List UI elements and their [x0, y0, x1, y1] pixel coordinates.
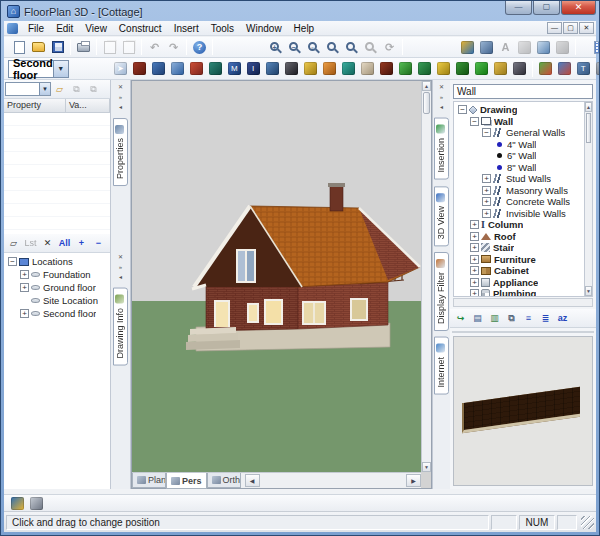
scroll-down-icon[interactable]: ▼	[422, 462, 431, 472]
framing-tool-icon[interactable]: M	[226, 60, 243, 77]
redraw-icon[interactable]: ⟳	[381, 39, 398, 56]
tree-node-concrete-walls[interactable]: +Concrete Walls	[456, 196, 584, 208]
stair-tool-icon[interactable]	[416, 60, 433, 77]
dimension-icon[interactable]	[516, 39, 533, 56]
copy-icon[interactable]	[101, 39, 118, 56]
tab-3d-view[interactable]: 3D View	[434, 186, 449, 246]
tree-expand-icon[interactable]: +	[470, 220, 479, 229]
window-tool-icon[interactable]	[169, 60, 186, 77]
zoom-extents-icon[interactable]	[362, 39, 379, 56]
tree-node-locations[interactable]: −Locations	[6, 255, 110, 268]
tree-expand-icon[interactable]: +	[482, 209, 491, 218]
scroll-up-icon[interactable]: ▲	[422, 81, 431, 91]
tree-node-roof[interactable]: +Roof	[456, 231, 584, 243]
menu-edit[interactable]: Edit	[50, 22, 79, 35]
roof-tool-icon[interactable]	[207, 60, 224, 77]
materials-icon[interactable]	[554, 39, 571, 56]
help-icon[interactable]: ?	[191, 39, 208, 56]
attach-icon[interactable]: ⧉	[69, 82, 84, 97]
tree-expand-icon[interactable]: −	[482, 128, 491, 137]
new-item-icon[interactable]: ▤	[470, 311, 485, 326]
mdi-restore-button[interactable]: ▢	[563, 22, 578, 34]
zoom-all-icon[interactable]	[343, 39, 360, 56]
vertical-scroll-thumb[interactable]	[423, 92, 430, 114]
all-icon[interactable]: All	[57, 236, 72, 251]
estimate-icon[interactable]	[535, 39, 552, 56]
text-icon[interactable]: A	[497, 39, 514, 56]
tree-expand-icon[interactable]: +	[470, 232, 479, 241]
tree-expand-icon[interactable]: +	[470, 266, 479, 275]
tree-node-8-wall[interactable]: 8" Wall	[456, 162, 584, 174]
opening-tool-icon[interactable]	[188, 60, 205, 77]
level-selector[interactable]: Second floor ▼	[8, 60, 69, 78]
zoom-out-icon[interactable]: −	[286, 39, 303, 56]
walkthrough-icon[interactable]	[459, 39, 476, 56]
tree-node-plumbing[interactable]: +Plumbing	[456, 288, 584, 297]
paste-icon[interactable]	[120, 39, 137, 56]
tree-node-cabinet[interactable]: +Cabinet	[456, 265, 584, 277]
undo-icon[interactable]: ↶	[146, 39, 163, 56]
zoom-previous-icon[interactable]	[324, 39, 341, 56]
tab-internet[interactable]: Internet	[434, 337, 449, 395]
print-icon[interactable]	[75, 39, 92, 56]
cabinet-tool-icon[interactable]	[492, 60, 509, 77]
category-search-field[interactable]: Wall	[453, 84, 593, 99]
redo-icon[interactable]: ↷	[165, 39, 182, 56]
panel-collapse-icon[interactable]: ◂	[436, 102, 447, 112]
tree-expand-icon[interactable]: +	[482, 174, 491, 183]
list-view-icon[interactable]: ≡	[521, 311, 536, 326]
door-tool-icon[interactable]	[150, 60, 167, 77]
tree-expand-icon[interactable]: +	[20, 283, 29, 292]
tree-node-masonry-walls[interactable]: +Masonry Walls	[456, 185, 584, 197]
tree-expand-icon[interactable]: +	[482, 186, 491, 195]
lamp-tool-icon[interactable]	[321, 60, 338, 77]
menu-construct[interactable]: Construct	[113, 22, 168, 35]
tree-expand-icon[interactable]: +	[470, 255, 479, 264]
room-tool-icon[interactable]	[264, 60, 281, 77]
tree-node-wall[interactable]: −Wall	[456, 116, 584, 128]
3d-viewport[interactable]: ▲ ▼ PlanPersOrth ◀ ▶	[131, 80, 432, 489]
terrain-icon[interactable]	[556, 60, 573, 77]
new-category-icon[interactable]: ▥	[487, 311, 502, 326]
roof-wizard-icon[interactable]	[537, 60, 554, 77]
panel-splitter[interactable]	[452, 331, 594, 333]
plant-tool-icon[interactable]	[397, 60, 414, 77]
text-arrow-icon[interactable]: T	[575, 60, 592, 77]
expand-all-icon[interactable]: +	[74, 236, 89, 251]
chair-tool-icon[interactable]	[359, 60, 376, 77]
panel-close-icon[interactable]: ✕	[436, 82, 447, 92]
walkthrough-player-icon[interactable]	[9, 495, 26, 512]
box-filter-icon[interactable]: ▱	[6, 236, 21, 251]
tree-node-4-wall[interactable]: 4" Wall	[456, 139, 584, 151]
tree-node-foundation[interactable]: +Foundation	[6, 268, 110, 281]
tree-node-invisible-walls[interactable]: +Invisible Walls	[456, 208, 584, 220]
zoom-in-icon[interactable]: +	[267, 39, 284, 56]
camera-tool-icon[interactable]	[283, 60, 300, 77]
tree-node-second-floor[interactable]: +Second floor	[6, 307, 110, 320]
tree-expand-icon[interactable]: +	[20, 309, 29, 318]
tree-scroll-down-icon[interactable]: ▼	[585, 286, 592, 296]
properties-combo[interactable]: ▼	[5, 82, 51, 96]
panel-collapse-icon[interactable]: ◂	[115, 102, 126, 112]
panel-close-icon[interactable]: ✕	[115, 252, 126, 262]
zoom-window-icon[interactable]: ▫	[305, 39, 322, 56]
view-tab-plan[interactable]: Plan	[132, 473, 166, 488]
column-tool-icon[interactable]: I	[245, 60, 262, 77]
tree-expand-icon[interactable]: +	[20, 270, 29, 279]
tree-node-site-location[interactable]: Site Location	[6, 294, 110, 307]
tree-expand-icon[interactable]: −	[458, 105, 467, 114]
vehicle-tool-icon[interactable]	[511, 60, 528, 77]
duplicate-icon[interactable]: ⧉	[504, 311, 519, 326]
new-document-icon[interactable]	[11, 39, 28, 56]
note-tool-icon[interactable]	[435, 60, 452, 77]
sketch-icon[interactable]: ✎	[594, 60, 600, 77]
detach-icon[interactable]: ⧉	[86, 82, 101, 97]
tree-expand-icon[interactable]: +	[482, 197, 491, 206]
detail-view-icon[interactable]: ≣	[538, 311, 553, 326]
maximize-button[interactable]: ▢	[533, 0, 560, 15]
tree-node-drawing[interactable]: −Drawing	[456, 104, 584, 116]
fireplace-tool-icon[interactable]	[378, 60, 395, 77]
acquire-icon[interactable]: ↪	[453, 311, 468, 326]
delete-icon[interactable]: ✕	[40, 236, 55, 251]
tree-horizontal-scrollbar[interactable]	[453, 298, 593, 307]
